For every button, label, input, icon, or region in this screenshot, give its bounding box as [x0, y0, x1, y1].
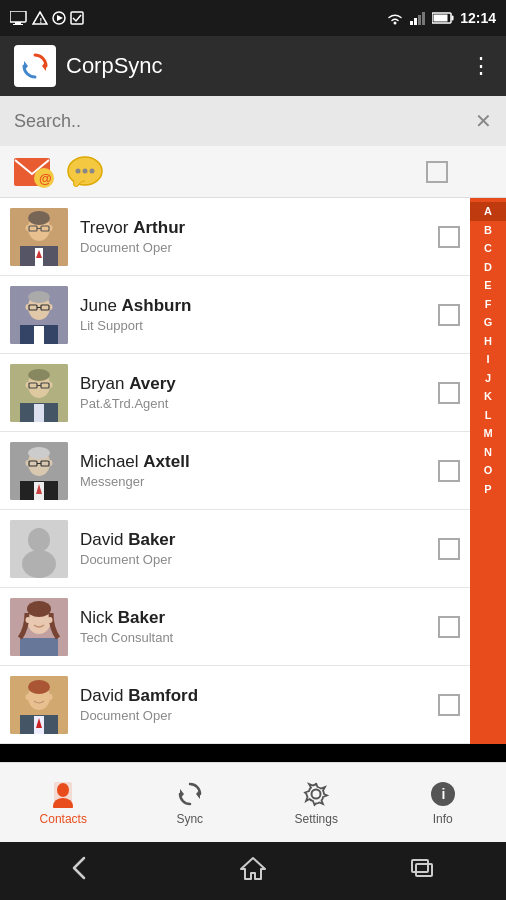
contact-last-name: Avery [129, 374, 176, 393]
contact-name: David Bamford [80, 686, 426, 706]
status-bar-right-icons: 12:14 [386, 10, 496, 26]
contact-checkbox[interactable] [438, 616, 460, 638]
contact-info: David Bamford Document Oper [68, 686, 438, 723]
settings-nav-label: Settings [295, 812, 338, 826]
alpha-letter-f[interactable]: F [470, 295, 506, 314]
svg-point-24 [76, 168, 81, 173]
svg-text:!: ! [40, 16, 43, 25]
contact-avatar [10, 598, 68, 656]
contact-avatar [10, 364, 68, 422]
app-bar-left: CorpSync [14, 45, 163, 87]
screen-icon [10, 11, 28, 25]
contact-checkbox[interactable] [438, 226, 460, 248]
contact-item[interactable]: June Ashburn Lit Support [0, 276, 506, 354]
alpha-letter-n[interactable]: N [470, 443, 506, 462]
nav-item-sync[interactable]: Sync [127, 763, 254, 842]
contact-avatar [10, 520, 68, 578]
status-bar: ! 12: [0, 0, 506, 36]
alpha-letter-e[interactable]: E [470, 276, 506, 295]
contact-item[interactable]: Michael Axtell Messenger [0, 432, 506, 510]
alpha-letter-o[interactable]: O [470, 461, 506, 480]
svg-point-71 [22, 550, 56, 578]
back-button[interactable] [54, 856, 114, 886]
svg-point-25 [83, 168, 88, 173]
svg-rect-7 [71, 12, 83, 24]
contact-checkbox[interactable] [438, 460, 460, 482]
email-action-icon[interactable]: @ [14, 156, 54, 188]
app-title: CorpSync [66, 53, 163, 79]
contacts-nav-icon [49, 780, 77, 808]
svg-rect-51 [34, 404, 44, 422]
recents-button[interactable] [392, 855, 452, 887]
svg-rect-1 [15, 22, 21, 24]
contact-avatar [10, 208, 68, 266]
alphabet-sidebar: A B C D E F G H I J K L M N O P [470, 198, 506, 744]
svg-point-76 [26, 617, 31, 623]
contact-item[interactable]: David Bamford Document Oper [0, 666, 506, 744]
home-button[interactable] [223, 855, 283, 887]
overflow-menu-button[interactable]: ⋮ [470, 53, 492, 79]
search-input[interactable] [14, 111, 475, 132]
contact-checkbox[interactable] [438, 694, 460, 716]
alpha-letter-l[interactable]: L [470, 406, 506, 425]
play-icon [52, 11, 66, 25]
contact-info: Bryan Avery Pat.&Trd.Agent [68, 374, 438, 411]
search-clear-button[interactable]: ✕ [475, 109, 492, 133]
svg-rect-74 [20, 638, 58, 656]
contact-checkbox[interactable] [438, 304, 460, 326]
contact-name: David Baker [80, 530, 426, 550]
battery-icon [432, 12, 454, 24]
contact-info: David Baker Document Oper [68, 530, 438, 567]
contact-avatar [10, 442, 68, 500]
nav-item-settings[interactable]: Settings [253, 763, 380, 842]
alpha-letter-p[interactable]: P [470, 480, 506, 499]
alpha-letter-k[interactable]: K [470, 387, 506, 406]
svg-rect-2 [13, 24, 23, 25]
svg-rect-16 [16, 47, 54, 85]
contact-item[interactable]: Nick Baker Tech Consultant [0, 588, 506, 666]
contact-list-container: Trevor Arthur Document Oper [0, 198, 506, 744]
alpha-letter-j[interactable]: J [470, 369, 506, 388]
contact-name: Bryan Avery [80, 374, 426, 394]
svg-point-52 [28, 369, 50, 381]
contact-item[interactable]: Bryan Avery Pat.&Trd.Agent [0, 354, 506, 432]
alpha-letter-d[interactable]: D [470, 258, 506, 277]
contact-last-name: Bamford [128, 686, 198, 705]
svg-text:@: @ [39, 171, 52, 186]
contact-checkbox[interactable] [438, 538, 460, 560]
select-all-checkbox[interactable] [426, 161, 448, 183]
nav-item-contacts[interactable]: Contacts [0, 763, 127, 842]
contact-name: Michael Axtell [80, 452, 426, 472]
app-bar: CorpSync ⋮ [0, 36, 506, 96]
settings-nav-icon [302, 780, 330, 808]
alpha-letter-g[interactable]: G [470, 313, 506, 332]
alpha-letter-i[interactable]: I [470, 350, 506, 369]
contact-checkbox[interactable] [438, 382, 460, 404]
nav-item-info[interactable]: i Info [380, 763, 507, 842]
sync-nav-icon [176, 780, 204, 808]
status-time: 12:14 [460, 10, 496, 26]
chat-action-icon[interactable] [66, 154, 104, 190]
svg-rect-15 [434, 15, 448, 22]
contact-name: June Ashburn [80, 296, 426, 316]
alpha-letter-c[interactable]: C [470, 239, 506, 258]
svg-rect-11 [418, 15, 421, 25]
svg-rect-96 [416, 864, 432, 876]
contact-last-name: Baker [128, 530, 175, 549]
alpha-letter-h[interactable]: H [470, 332, 506, 351]
contact-role: Document Oper [80, 240, 426, 255]
alpha-letter-a[interactable]: A [470, 202, 506, 221]
contact-info: Nick Baker Tech Consultant [68, 608, 438, 645]
svg-point-63 [28, 447, 50, 459]
contact-item[interactable]: David Baker Document Oper [0, 510, 506, 588]
svg-point-87 [57, 783, 69, 797]
contact-avatar [10, 676, 68, 734]
alpha-letter-b[interactable]: B [470, 221, 506, 240]
svg-marker-6 [57, 15, 63, 21]
contact-item[interactable]: Trevor Arthur Document Oper [0, 198, 506, 276]
contacts-nav-label: Contacts [40, 812, 87, 826]
svg-point-91 [312, 789, 321, 798]
svg-point-8 [394, 22, 397, 25]
svg-rect-0 [10, 11, 26, 22]
alpha-letter-m[interactable]: M [470, 424, 506, 443]
